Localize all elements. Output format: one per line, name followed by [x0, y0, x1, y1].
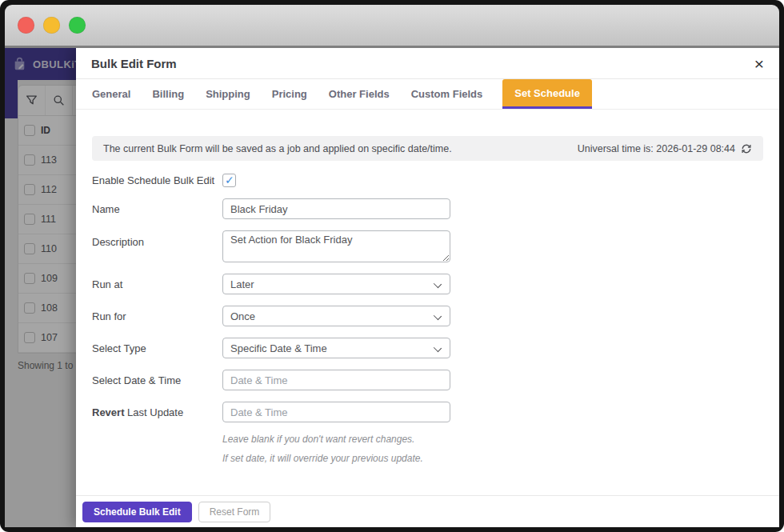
revert-hint-2: If set date, it will override your previ…	[222, 453, 763, 464]
window-titlebar[interactable]	[5, 5, 779, 48]
tab-set-schedule[interactable]: Set Schedule	[502, 79, 592, 109]
tab-billing[interactable]: Billing	[152, 79, 184, 109]
run-at-value: Later	[230, 278, 254, 290]
revert-hint-1: Leave blank if you don't want revert cha…	[222, 434, 763, 445]
revert-label: Revert Last Update	[92, 406, 222, 418]
modal-header: Bulk Edit Form ×	[76, 48, 779, 79]
description-textarea[interactable]: Set Action for Black Friday	[222, 230, 450, 262]
run-at-select[interactable]: Later	[222, 274, 450, 294]
revert-datetime-input[interactable]	[222, 402, 450, 422]
run-for-value: Once	[230, 310, 255, 322]
notice-bar: The current Bulk Form will be saved as a…	[92, 136, 763, 161]
close-icon[interactable]: ×	[754, 55, 764, 72]
modal-body: The current Bulk Form will be saved as a…	[76, 110, 779, 495]
app-window: OBULKiT ID	[0, 0, 784, 532]
tab-custom-fields[interactable]: Custom Fields	[411, 79, 483, 109]
run-at-row: Run at Later	[92, 274, 763, 294]
select-type-row: Select Type Specific Date & Time	[92, 338, 763, 358]
run-for-select[interactable]: Once	[222, 306, 450, 326]
name-label: Name	[92, 203, 222, 215]
chevron-down-icon	[434, 280, 442, 288]
revert-hints: Leave blank if you don't want revert cha…	[222, 434, 763, 464]
name-row: Name	[92, 198, 763, 219]
enable-schedule-label: Enable Schedule Bulk Edit	[92, 174, 222, 186]
chevron-down-icon	[434, 344, 442, 352]
zoom-window-icon[interactable]	[69, 17, 86, 34]
notice-text: The current Bulk Form will be saved as a…	[103, 143, 452, 154]
select-type-select[interactable]: Specific Date & Time	[222, 338, 450, 358]
run-at-label: Run at	[92, 278, 222, 290]
tab-pricing[interactable]: Pricing	[272, 79, 307, 109]
schedule-bulk-edit-button[interactable]: Schedule Bulk Edit	[82, 502, 192, 522]
revert-row: Revert Last Update	[92, 402, 763, 422]
description-row: Description Set Action for Black Friday	[92, 230, 763, 262]
bulk-edit-modal: Bulk Edit Form × General Billing Shippin…	[76, 48, 779, 527]
universal-time-text: Universal time is: 2026-01-29 08:44	[578, 143, 735, 154]
select-datetime-row: Select Date & Time	[92, 370, 763, 390]
tab-general[interactable]: General	[92, 79, 130, 109]
close-window-icon[interactable]	[18, 17, 34, 34]
select-datetime-label: Select Date & Time	[92, 374, 222, 386]
enable-schedule-checkbox[interactable]	[222, 174, 236, 187]
tab-shipping[interactable]: Shipping	[206, 79, 250, 109]
tab-bar: General Billing Shipping Pricing Other F…	[76, 79, 779, 110]
modal-footer: Schedule Bulk Edit Reset Form	[76, 495, 779, 527]
run-for-label: Run for	[92, 310, 222, 322]
enable-schedule-row: Enable Schedule Bulk Edit	[92, 174, 763, 187]
select-type-label: Select Type	[92, 342, 222, 354]
modal-title: Bulk Edit Form	[91, 57, 177, 70]
select-type-value: Specific Date & Time	[230, 342, 327, 354]
refresh-icon[interactable]	[741, 143, 752, 154]
name-input[interactable]	[222, 198, 450, 219]
minimize-window-icon[interactable]	[43, 17, 60, 34]
tab-other-fields[interactable]: Other Fields	[329, 79, 390, 109]
description-label: Description	[92, 230, 222, 248]
chevron-down-icon	[434, 312, 442, 320]
select-datetime-input[interactable]	[222, 370, 450, 390]
app-content: OBULKiT ID	[5, 48, 779, 527]
run-for-row: Run for Once	[92, 306, 763, 326]
reset-form-button[interactable]: Reset Form	[198, 502, 271, 522]
